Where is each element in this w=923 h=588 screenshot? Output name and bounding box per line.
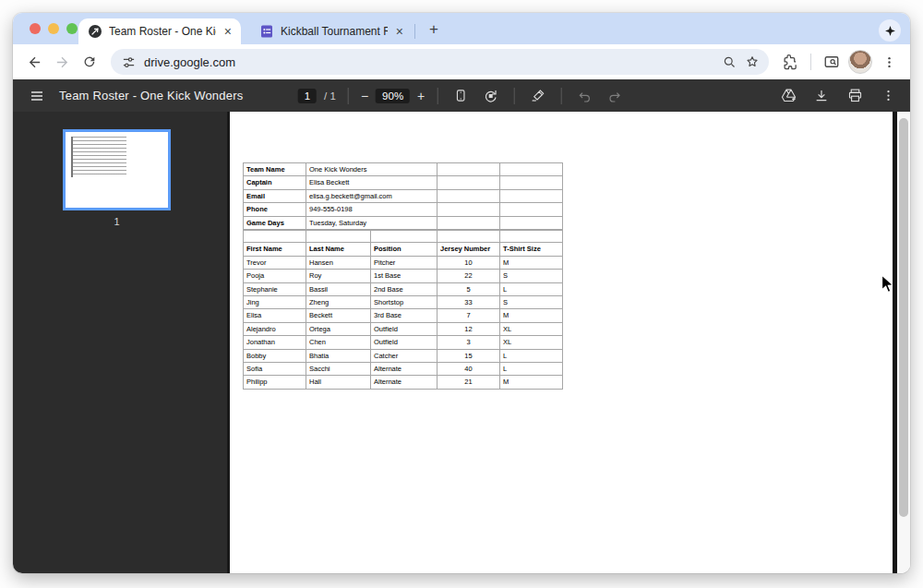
sheet-cell: Pooja — [244, 270, 306, 282]
sheet-cell: Sacchi — [306, 363, 371, 376]
redo-button[interactable] — [603, 85, 625, 107]
sheet-cell: Stephanie — [244, 282, 306, 295]
zoom-indicator-icon[interactable] — [723, 55, 737, 69]
undo-button[interactable] — [573, 85, 595, 107]
sheet-cell: Bobby — [244, 349, 306, 362]
sheet-cell: Jonathan — [244, 336, 306, 349]
sheet-cell: L — [500, 363, 563, 376]
browser-toolbar: drive.google.com — [13, 44, 910, 79]
tab-close-icon[interactable]: × — [394, 25, 405, 38]
info-row: Phone949-555-0198 — [244, 203, 563, 216]
sheet-cell: Alternate — [371, 363, 438, 376]
tab-close-icon[interactable]: × — [222, 25, 234, 38]
screen: Team Roster - One Kick Wond × Kickball T… — [0, 0, 923, 588]
sheet-cell: Roy — [306, 270, 371, 282]
sheet-cell: Captain — [244, 176, 306, 189]
mouse-cursor — [881, 274, 893, 298]
viewer-divider — [513, 88, 514, 104]
zoom-in-button[interactable]: + — [417, 89, 425, 103]
forward-button[interactable] — [50, 50, 74, 74]
print-button[interactable] — [844, 85, 866, 107]
viewer-content: 1 Team NameOne Kick WondersCaptainElisa … — [13, 112, 910, 573]
profile-avatar[interactable] — [848, 50, 872, 74]
site-settings-icon[interactable] — [122, 55, 136, 69]
sheet-cell: 15 — [438, 349, 500, 362]
sheet-cell — [438, 176, 500, 189]
tab-kickball-registration[interactable]: Kickball Tournament Registra × — [250, 18, 413, 44]
sheet-cell: M — [500, 309, 563, 322]
annotate-button[interactable] — [526, 85, 548, 107]
sheet-cell: 3rd Base — [371, 309, 438, 322]
page-number-input[interactable]: 1 — [298, 89, 317, 103]
minimize-window-button[interactable] — [48, 23, 59, 34]
sheet-cell: elisa.g.beckett@gmail.com — [306, 189, 438, 202]
fullscreen-window-button[interactable] — [66, 23, 78, 34]
sheet-cell: Team Name — [244, 163, 306, 176]
sheet-cell: Alejandro — [244, 322, 306, 335]
roster-row: TrevorHansenPitcher10M — [244, 256, 563, 269]
sheet-cell: Ortega — [306, 322, 371, 335]
address-bar[interactable]: drive.google.com — [111, 49, 769, 75]
page-count-label: / 1 — [324, 90, 336, 102]
viewer-more-button[interactable] — [877, 85, 899, 107]
add-to-drive-button[interactable] — [777, 85, 799, 107]
thumbnail-sidebar: 1 — [13, 112, 227, 573]
zoom-level-input[interactable]: 90% — [376, 89, 410, 103]
sheet-cell: T-Shirt Size — [500, 243, 563, 256]
scrollbar-thumb[interactable] — [899, 118, 908, 517]
roster-header-row: First NameLast NamePositionJersey Number… — [244, 243, 563, 256]
sheet-cell — [438, 203, 500, 216]
pdf-viewer-favicon-icon — [88, 24, 102, 39]
document-title: Team Roster - One Kick Wonders — [59, 89, 243, 102]
sheet-cell: Beckett — [306, 309, 371, 322]
sheet-cell — [500, 203, 563, 216]
viewer-divider — [437, 88, 438, 104]
fit-page-button[interactable] — [450, 85, 472, 107]
sheet-cell: L — [500, 349, 563, 362]
sheet-cell: S — [500, 296, 563, 309]
info-row: Game DaysTuesday, Saturday — [244, 216, 563, 229]
document-page: Team NameOne Kick WondersCaptainElisa Be… — [230, 112, 893, 573]
sheet-cell: Tuesday, Saturday — [306, 216, 438, 229]
page-thumbnail[interactable] — [63, 129, 171, 210]
sheet-cell: XL — [500, 336, 563, 349]
tab-team-roster[interactable]: Team Roster - One Kick Wond × — [78, 18, 241, 44]
sheet-cell: Position — [371, 243, 438, 256]
tab-search-button[interactable] — [879, 19, 901, 42]
viewer-menu-icon[interactable] — [26, 85, 48, 107]
download-button[interactable] — [810, 85, 833, 107]
bookmark-star-icon[interactable] — [745, 54, 760, 69]
tab-title: Kickball Tournament Registra — [281, 25, 388, 38]
roster-row: AlejandroOrtegaOutfield12XL — [244, 322, 563, 335]
sheet-cell: XL — [500, 322, 563, 335]
info-row: Team NameOne Kick Wonders — [244, 163, 563, 176]
roster-row: JingZhengShortstop33S — [244, 296, 563, 309]
browser-menu-button[interactable] — [877, 50, 901, 74]
extensions-button[interactable] — [778, 50, 802, 74]
zoom-out-button[interactable]: − — [361, 89, 368, 103]
sheet-cell: 7 — [438, 309, 500, 322]
vertical-scrollbar[interactable] — [897, 112, 910, 573]
rotate-page-button[interactable] — [479, 85, 501, 107]
sheet-cell: 5 — [438, 282, 500, 295]
roster-row: JonathanChenOutfield3XL — [244, 336, 563, 349]
sheet-cell: 22 — [438, 270, 500, 282]
close-window-button[interactable] — [30, 23, 41, 34]
reload-button[interactable] — [78, 50, 102, 74]
back-button[interactable] — [22, 50, 46, 74]
sheet-cell: Sofia — [244, 363, 306, 376]
sheet-cell: 2nd Base — [371, 282, 438, 295]
sheet-cell: Outfield — [371, 336, 438, 349]
roster-row: StephanieBassil2nd Base5L — [244, 282, 563, 295]
url-text[interactable]: drive.google.com — [144, 55, 714, 69]
side-panel-search-button[interactable] — [820, 50, 844, 74]
sheet-cell: Zheng — [306, 296, 371, 309]
new-tab-button[interactable]: + — [423, 18, 445, 41]
sheet-cell: 949-555-0198 — [306, 203, 438, 216]
empty-row — [244, 231, 563, 243]
sheet-cell: Chen — [306, 336, 371, 349]
roster-table: First NameLast NamePositionJersey Number… — [243, 230, 563, 390]
sheet-cell — [500, 163, 563, 176]
sheet-cell: Jersey Number — [438, 243, 500, 256]
sheet-cell — [438, 231, 500, 243]
